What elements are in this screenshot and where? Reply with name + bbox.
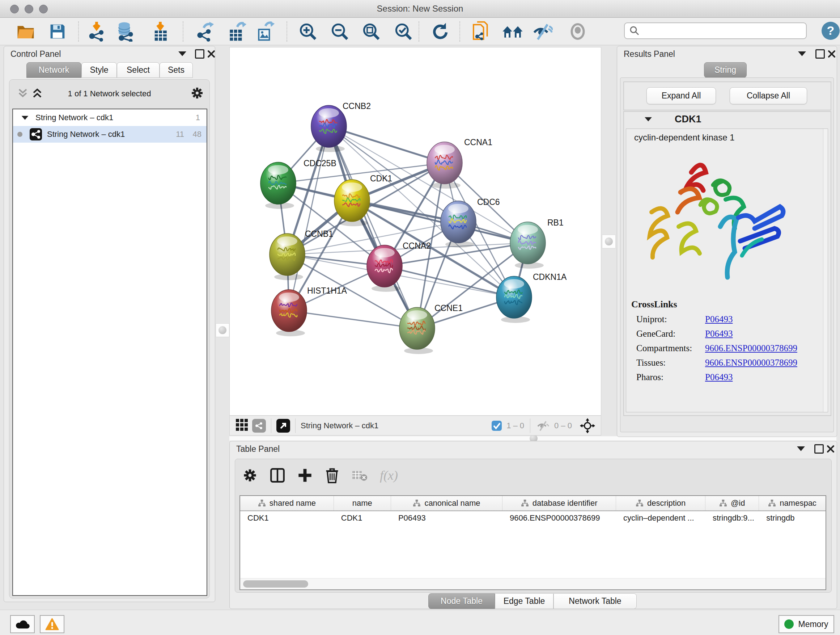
zoom-out-button[interactable]: [328, 21, 351, 42]
column-type-icon: [521, 499, 529, 507]
crosslink-label: Pharos:: [636, 372, 705, 382]
column-type-icon: [768, 499, 776, 507]
svg-text:?: ?: [827, 24, 835, 37]
current-network-indicator: [17, 132, 22, 137]
column-header[interactable]: database identifier: [502, 496, 616, 510]
import-network-file-button[interactable]: [85, 21, 108, 42]
crosslink-link[interactable]: P06493: [705, 372, 733, 382]
cell-id: stringdb:9...: [706, 513, 759, 523]
scrollbar-thumb[interactable]: [243, 580, 308, 587]
cell-description: cyclin–dependent ...: [616, 513, 706, 523]
help-button[interactable]: ?: [821, 21, 840, 41]
column-header[interactable]: canonical name: [391, 496, 502, 510]
cell-database-identifier: 9606.ENSP00000378699: [502, 513, 616, 523]
left-splitter-handle[interactable]: [216, 323, 229, 337]
right-splitter-handle[interactable]: [602, 234, 616, 249]
toolbar-separator: [530, 418, 531, 433]
column-header[interactable]: shared name: [240, 496, 334, 510]
tab-style[interactable]: Style: [81, 62, 117, 78]
cybrowser-home-button[interactable]: [501, 21, 524, 42]
show-columns-icon[interactable]: [270, 468, 285, 483]
close-panel-icon[interactable]: [828, 50, 836, 58]
hide-graphics-button[interactable]: [531, 21, 554, 42]
import-network-database-button[interactable]: [114, 21, 136, 42]
main-toolbar: ?: [0, 18, 840, 45]
apply-layout-button[interactable]: [429, 21, 451, 42]
network-graph[interactable]: CCNB2CCNA1CDC25BCDK1CDC6RB1CCNB1CCNA2CDK…: [230, 48, 601, 415]
crosslink-link[interactable]: 9606.ENSP00000378699: [705, 343, 797, 353]
column-header[interactable]: namespac: [759, 496, 826, 510]
tab-node-table[interactable]: Node Table: [428, 593, 495, 609]
open-view-in-window-button[interactable]: [276, 419, 290, 432]
tab-network[interactable]: Network: [27, 62, 81, 78]
zoom-out-icon: [330, 22, 349, 41]
birdseye-toggle-button[interactable]: [235, 418, 248, 433]
tab-sets[interactable]: Sets: [159, 62, 193, 78]
window-title: Session: New Session: [0, 4, 840, 14]
collapse-all-button[interactable]: Collapse All: [729, 87, 807, 104]
float-panel-icon[interactable]: [815, 49, 825, 59]
clone-documents-icon: [471, 21, 490, 42]
cloud-status-button[interactable]: [10, 615, 35, 633]
network-canvas[interactable]: CCNB2CCNA1CDC25BCDK1CDC6RB1CCNB1CCNA2CDK…: [229, 47, 601, 416]
crosslink-link[interactable]: 9606.ENSP00000378699: [705, 358, 797, 368]
column-type-icon: [719, 499, 727, 507]
show-graphics-button[interactable]: [567, 21, 589, 42]
gear-icon[interactable]: [190, 86, 204, 100]
panel-menu-icon[interactable]: [178, 51, 186, 56]
table-row[interactable]: CDK1 CDK1 P06493 9606.ENSP00000378699 cy…: [240, 511, 826, 525]
float-panel-icon[interactable]: [814, 444, 824, 454]
tab-string[interactable]: String: [704, 62, 747, 78]
zoom-in-button[interactable]: [297, 21, 319, 42]
crosslink-link[interactable]: P06493: [705, 314, 733, 325]
table-horizontal-scrollbar[interactable]: [240, 578, 826, 589]
pan-crosshair-icon[interactable]: [580, 418, 595, 433]
float-panel-icon[interactable]: [195, 49, 204, 59]
network-tab-content: 1 of 1 Network selected String Network –…: [9, 79, 210, 599]
clone-network-button[interactable]: [470, 21, 492, 42]
crosslink-label: Uniprot:: [636, 314, 705, 325]
zoom-selected-button[interactable]: [392, 21, 415, 42]
close-panel-icon[interactable]: [207, 50, 215, 58]
collection-expand-icon[interactable]: [22, 116, 28, 119]
results-panel: Results Panel String Expand All Collapse…: [617, 46, 837, 437]
svg-text:CCNB2: CCNB2: [343, 101, 371, 111]
tab-select[interactable]: Select: [117, 62, 159, 78]
column-header[interactable]: name: [334, 496, 391, 510]
export-network-button[interactable]: [194, 21, 216, 42]
warnings-button[interactable]: [40, 615, 65, 633]
panel-menu-icon[interactable]: [798, 51, 806, 56]
column-header[interactable]: @id: [706, 496, 759, 510]
selected-counts: 1 – 0: [507, 421, 524, 431]
import-table-file-button[interactable]: [149, 21, 172, 42]
expand-all-button[interactable]: Expand All: [646, 87, 716, 104]
crosslink-link[interactable]: P06493: [705, 329, 733, 339]
zoom-fit-button[interactable]: [360, 21, 382, 42]
results-scrollbar[interactable]: [823, 129, 828, 412]
network-selection-info: 1 of 1 Network selected: [9, 89, 210, 98]
close-panel-icon[interactable]: [827, 445, 835, 453]
save-floppy-icon: [49, 23, 66, 40]
save-session-button[interactable]: [46, 21, 69, 42]
tab-edge-table[interactable]: Edge Table: [495, 593, 554, 609]
table-gear-icon[interactable]: [242, 468, 257, 483]
add-column-icon[interactable]: [297, 468, 313, 483]
selected-checkbox-icon[interactable]: [491, 420, 502, 431]
open-file-button[interactable]: [14, 21, 37, 42]
delete-column-icon[interactable]: [325, 467, 339, 483]
panel-menu-icon[interactable]: [797, 447, 805, 451]
memory-button[interactable]: Memory: [778, 615, 834, 633]
svg-text:RB1: RB1: [547, 218, 564, 227]
cell-name: CDK1: [334, 513, 391, 523]
string-settings-button[interactable]: [252, 419, 266, 432]
gene-collapse-icon[interactable]: [645, 117, 652, 122]
export-image-button[interactable]: [255, 21, 277, 42]
svg-text:CCNA1: CCNA1: [464, 138, 493, 147]
zoom-in-icon: [298, 22, 317, 41]
network-collection-row[interactable]: String Network – cdk1 1: [13, 109, 207, 126]
column-header[interactable]: description: [616, 496, 706, 510]
search-input[interactable]: [624, 22, 807, 39]
export-table-button[interactable]: [226, 21, 249, 42]
network-row[interactable]: String Network – cdk1 11 48: [13, 126, 207, 143]
tab-network-table[interactable]: Network Table: [554, 593, 637, 609]
